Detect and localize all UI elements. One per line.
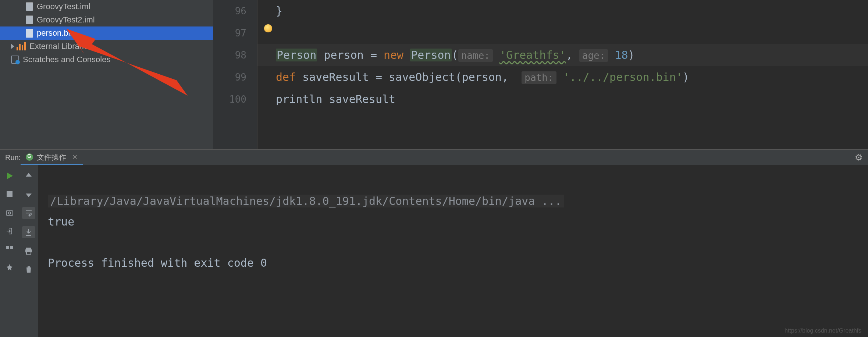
editor-gutter: 96 97 98 99 100 [213,0,257,149]
code-editor[interactable]: 96 97 98 99 100 } Person person = new Pe… [213,0,868,149]
gear-icon[interactable]: ⚙ [855,152,863,163]
param-hint-name: name: [458,49,493,62]
tree-label: External Libraries [29,42,92,51]
project-tree[interactable]: GroovyTest.iml GroovyTest2.iml person.bi… [0,0,213,149]
line-number: 98 [213,44,257,66]
code-area[interactable]: } Person person = new Person(name: 'Grea… [257,0,868,149]
tree-file-groovytest2-iml[interactable]: GroovyTest2.iml [0,13,213,26]
line-number: 97 [213,22,257,44]
line-number: 96 [213,0,257,22]
run-label: Run: [5,153,21,162]
tree-external-libraries[interactable]: External Libraries [0,40,213,53]
print-button[interactable] [23,245,34,256]
svg-rect-3 [6,211,13,215]
param-hint-age: age: [579,49,608,62]
code-line-96[interactable]: } [276,0,868,22]
param-hint-path: path: [522,71,556,84]
soft-wrap-button[interactable] [22,207,35,219]
console-output-line: true [48,215,74,228]
watermark: https://blog.csdn.net/Greathfs [785,327,861,334]
file-icon [26,2,33,11]
scroll-down-button[interactable] [23,189,34,200]
svg-marker-1 [7,173,13,179]
file-icon [26,15,33,24]
run-tab[interactable]: 文件操作 ✕ [21,150,83,165]
tree-file-groovytest-iml[interactable]: GroovyTest.iml [0,0,213,13]
line-number: 99 [213,66,257,88]
tree-label: GroovyTest2.iml [37,15,95,25]
code-line-99[interactable]: def saveResult = saveObject(person, path… [276,66,868,88]
svg-rect-2 [7,191,13,197]
scroll-to-end-button[interactable] [22,226,35,238]
console-exit-line: Process finished with exit code 0 [48,256,267,269]
code-line-97[interactable] [276,22,868,44]
svg-rect-6 [10,246,13,249]
scratches-icon [11,56,19,64]
svg-point-4 [8,212,11,214]
dump-threads-button[interactable] [4,207,15,218]
tree-scratches-consoles[interactable]: Scratches and Consoles [0,53,213,66]
layout-button[interactable] [4,244,15,255]
svg-rect-5 [6,246,9,249]
chevron-right-icon[interactable] [11,44,14,49]
run-config-icon [26,153,33,161]
run-tab-title: 文件操作 [37,152,66,162]
svg-rect-7 [26,248,31,249]
code-line-100[interactable]: println saveResult [276,88,868,110]
exit-button[interactable] [4,226,15,237]
tree-file-person-bin[interactable]: person.bin [0,26,213,40]
console-actions-column [19,165,38,337]
pin-button[interactable] [4,262,15,273]
stop-button[interactable] [4,189,15,200]
file-icon [26,29,33,38]
run-console[interactable]: /Library/Java/JavaVirtualMachines/jdk1.8… [38,165,868,337]
tree-label: Scratches and Consoles [23,55,110,64]
clear-all-button[interactable] [23,264,34,275]
svg-rect-9 [26,252,31,254]
rerun-button[interactable] [4,170,15,181]
console-command: /Library/Java/JavaVirtualMachines/jdk1.8… [48,195,564,207]
close-icon[interactable]: ✕ [72,153,78,161]
tree-label: person.bin [37,28,75,38]
run-actions-column [0,165,19,337]
libraries-icon [17,42,26,50]
line-number: 100 [213,88,257,110]
run-toolwindow-header: Run: 文件操作 ✕ ⚙ [0,150,868,165]
tree-label: GroovyTest.iml [37,2,90,11]
intention-bulb-icon[interactable] [264,24,272,32]
scroll-up-button[interactable] [23,170,34,181]
